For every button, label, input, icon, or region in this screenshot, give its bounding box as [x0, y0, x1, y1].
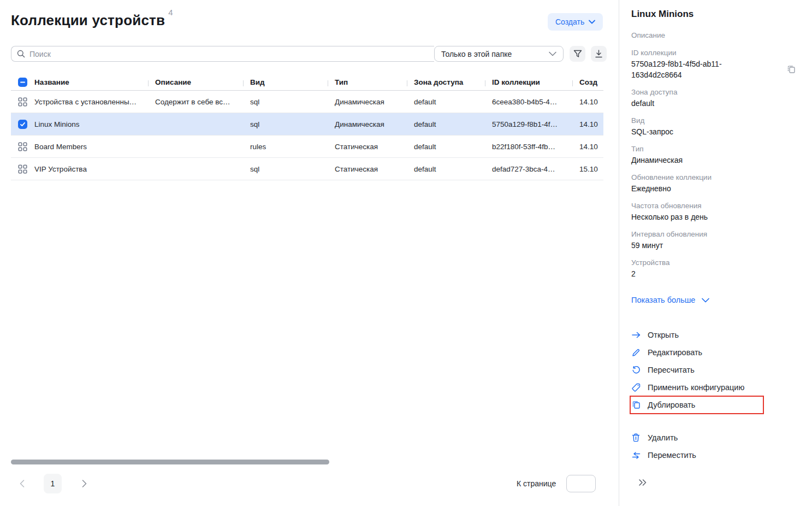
- field-update-frequency: Частота обновления Несколько раз в день: [631, 201, 800, 222]
- field-label: Обновление коллекции: [631, 172, 800, 183]
- collection-grid-icon: [18, 164, 27, 174]
- cell-zone: default: [407, 143, 485, 151]
- cell-view: sql: [243, 98, 328, 106]
- create-button[interactable]: Создать: [548, 13, 603, 31]
- field-label: Интервал обновления: [631, 229, 800, 240]
- action-move[interactable]: Переместить: [631, 446, 800, 464]
- cell-created: 14.10: [572, 98, 603, 106]
- collection-grid-icon: [18, 97, 27, 107]
- collections-table: Название Описание Вид Тип Зона доступа I…: [11, 74, 603, 180]
- checkbox-indeterminate-icon[interactable]: [18, 78, 27, 87]
- chevron-down-icon: [702, 298, 709, 303]
- search-input[interactable]: [29, 50, 429, 58]
- page-title: Коллекции устройств4: [11, 12, 173, 29]
- column-header-name[interactable]: Название: [27, 78, 148, 86]
- search-box: [11, 46, 434, 62]
- action-open[interactable]: Открыть: [631, 326, 800, 344]
- copy-icon[interactable]: [787, 65, 796, 74]
- row-checkbox-cell[interactable]: [11, 120, 27, 129]
- folder-filter-select[interactable]: Только в этой папке: [434, 46, 564, 62]
- cell-type: Динамическая: [328, 98, 407, 106]
- action-edit[interactable]: Редактировать: [631, 344, 800, 361]
- download-button[interactable]: [591, 46, 607, 62]
- column-header-type[interactable]: Тип: [328, 78, 407, 86]
- folder-filter-value: Только в этой папке: [441, 50, 512, 58]
- action-label: Применить конфигурацию: [648, 383, 744, 392]
- actions-menu: Открыть Редактировать Пересчитать: [631, 326, 800, 464]
- table-row[interactable]: Board Members rules Статическая default …: [11, 136, 603, 158]
- action-duplicate[interactable]: Дублировать: [630, 396, 763, 414]
- cell-description: Содержит в себе вс…: [148, 98, 243, 106]
- row-icon-cell[interactable]: [11, 164, 27, 174]
- field-label: Вид: [631, 115, 800, 126]
- checkbox-checked-icon[interactable]: [18, 120, 27, 129]
- row-icon-cell[interactable]: [11, 142, 27, 151]
- action-recalculate[interactable]: Пересчитать: [631, 361, 800, 379]
- field-value: 59 минут: [631, 240, 800, 251]
- cell-view: sql: [243, 120, 328, 128]
- filter-button[interactable]: [570, 46, 585, 62]
- column-header-id[interactable]: ID коллекции: [485, 78, 572, 86]
- action-label: Пересчитать: [648, 366, 695, 374]
- cell-name: VIP Устройства: [27, 165, 148, 173]
- details-title: Linux Minions: [631, 9, 800, 20]
- collections-count-badge: 4: [168, 8, 173, 17]
- field-value: SQL-запрос: [631, 126, 800, 137]
- search-icon: [17, 50, 25, 58]
- pagination-next-button[interactable]: [79, 478, 90, 489]
- action-delete[interactable]: Удалить: [631, 429, 800, 446]
- cell-type: Статическая: [328, 143, 407, 151]
- action-apply-configuration[interactable]: Применить конфигурацию: [631, 379, 800, 396]
- goto-page-label: К странице: [517, 479, 556, 488]
- field-collection-id: ID коллекции 5750a129-f8b1-4f5d-ab11-163…: [631, 48, 800, 80]
- cell-name: Устройства с установленны…: [27, 98, 148, 106]
- horizontal-scrollbar[interactable]: [11, 460, 329, 464]
- cell-type: Динамическая: [328, 120, 407, 128]
- cell-created: 15.10: [572, 165, 603, 173]
- row-icon-cell[interactable]: [11, 97, 27, 107]
- trash-icon: [631, 433, 641, 442]
- column-header-view[interactable]: Вид: [243, 78, 328, 86]
- select-all-checkbox[interactable]: [11, 78, 27, 87]
- goto-page-input[interactable]: [566, 475, 596, 492]
- action-label: Удалить: [648, 433, 678, 442]
- column-header-created[interactable]: Созд: [572, 78, 603, 86]
- field-update-interval: Интервал обновления 59 минут: [631, 229, 800, 251]
- refresh-icon: [631, 366, 641, 374]
- field-value: default: [631, 98, 800, 109]
- action-label: Редактировать: [648, 348, 702, 357]
- table-row-selected[interactable]: Linux Minions sql Динамическая default 5…: [11, 113, 603, 136]
- cell-id: 5750a129-f8b1-4f…: [485, 120, 572, 128]
- arrow-right-icon: [631, 332, 641, 338]
- table-header-row: Название Описание Вид Тип Зона доступа I…: [11, 74, 603, 91]
- pagination-page-1[interactable]: 1: [44, 474, 62, 493]
- cell-id: defad727-3bca-4…: [485, 165, 572, 173]
- pencil-icon: [631, 349, 641, 357]
- funnel-icon: [573, 50, 582, 58]
- cell-id: 6ceea380-b4b5-4…: [485, 98, 572, 106]
- details-panel: Linux Minions Описание ID коллекции 5750…: [619, 0, 812, 506]
- action-label: Переместить: [648, 451, 696, 460]
- field-devices: Устройства 2: [631, 257, 800, 279]
- tag-icon: [631, 383, 641, 392]
- table-row[interactable]: Устройства с установленны… Содержит в се…: [11, 91, 603, 113]
- cell-name: Board Members: [27, 143, 148, 151]
- field-value: 5750a129-f8b1-4f5d-ab11-163d4d2c8664: [631, 58, 750, 80]
- actions-divider-gap: [631, 414, 800, 429]
- table-row[interactable]: VIP Устройства sql Статическая default d…: [11, 158, 603, 180]
- field-value: Несколько раз в день: [631, 211, 800, 222]
- pagination-prev-button[interactable]: [16, 478, 27, 489]
- page-title-text: Коллекции устройств: [11, 12, 165, 28]
- cell-created: 14.10: [572, 120, 603, 128]
- cell-zone: default: [407, 98, 485, 106]
- cell-created: 14.10: [572, 143, 603, 151]
- show-more-link[interactable]: Показать больше: [631, 296, 800, 304]
- field-label: Описание: [631, 30, 800, 41]
- download-icon: [595, 50, 603, 58]
- column-header-zone[interactable]: Зона доступа: [407, 78, 485, 86]
- field-description: Описание: [631, 30, 800, 41]
- collapse-panel-icon[interactable]: [638, 478, 647, 489]
- column-header-description[interactable]: Описание: [148, 78, 243, 86]
- cell-type: Статическая: [328, 165, 407, 173]
- field-type: Тип Динамическая: [631, 144, 800, 166]
